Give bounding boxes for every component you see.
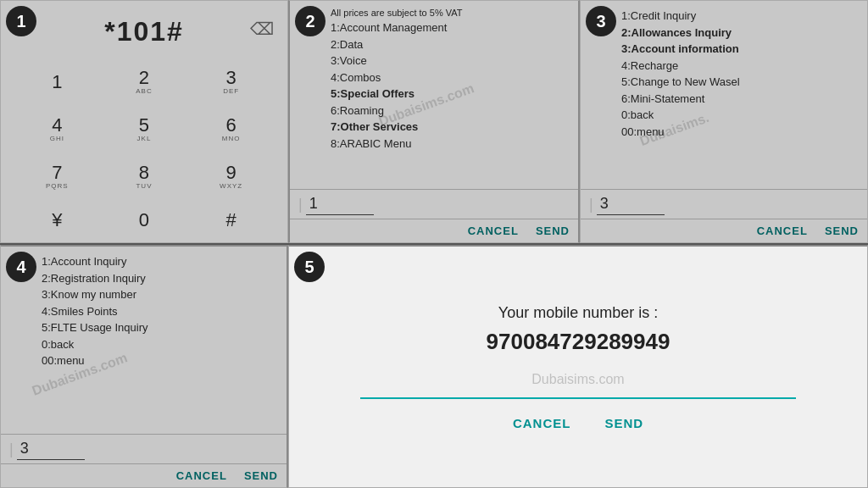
menu-content-2: All prices are subject to 5% VAT 1:Accou… (290, 1, 578, 189)
send-button-2[interactable]: SEND (536, 225, 570, 237)
ussd-actions-4: CANCEL SEND (1, 463, 287, 487)
menu-item: 2:Allowances Inquiry (621, 25, 857, 42)
dialer-key-5[interactable]: 5JKL (102, 107, 187, 152)
send-button-5[interactable]: SEND (604, 416, 643, 430)
input-cursor-2: | (298, 196, 303, 214)
dialer-key-7[interactable]: 7PQRS (14, 154, 100, 200)
menu-item: 5:Change to New Wasel (621, 74, 857, 91)
input-row-4: | (1, 434, 287, 463)
menu-item: 3:Account information (621, 41, 857, 58)
cancel-button-2[interactable]: CANCEL (468, 225, 519, 237)
menu-items-4: 1:Account Inquiry2:Registration Inquiry3… (42, 253, 276, 369)
dialer-display: *101# ⌫ (1, 1, 287, 56)
menu-item: 4:Smiles Points (42, 303, 276, 320)
dialer-key-¥[interactable]: ¥ (14, 201, 100, 239)
menu-item: 1:Account Management (331, 19, 568, 36)
menu-item: 3:Know my number (42, 286, 276, 303)
panel-1-dialer: 1 *101# ⌫ 12ABC3DEF4GHI5JKL6MNO7PQRS8TUV… (0, 0, 288, 243)
input-row-3: | (581, 189, 867, 219)
dialer-key-1[interactable]: 1 (14, 59, 100, 105)
dialer-key-6[interactable]: 6MNO (188, 107, 274, 152)
send-button-3[interactable]: SEND (825, 225, 859, 237)
menu-item: 7:Other Services (331, 119, 568, 136)
menu-item: 1:Account Inquiry (42, 253, 276, 270)
menu-item: 00:menu (42, 352, 276, 369)
menu-item: 00:menu (621, 124, 857, 141)
menu-item: 6:Roaming (331, 103, 568, 119)
cancel-button-4[interactable]: CANCEL (176, 469, 227, 482)
input-line-5 (360, 396, 796, 399)
menu-item: 5:FLTE Usage Inquiry (42, 319, 276, 336)
dialer-keypad: 12ABC3DEF4GHI5JKL6MNO7PQRS8TUV9WXYZ¥0# (1, 56, 287, 242)
menu-item: 4:Combos (331, 69, 568, 86)
menu-item: 4:Recharge (621, 58, 857, 75)
input-cursor-4: | (9, 441, 14, 458)
panel-number-3: 3 (586, 6, 616, 36)
dialer-key-4[interactable]: 4GHI (14, 107, 100, 152)
phone-result: Your mobile number is : 970084729289949 … (289, 247, 867, 487)
menu-content-4: 1:Account Inquiry2:Registration Inquiry3… (1, 247, 287, 434)
panel-2-ussd: 2 Dubaisims.com All prices are subject t… (288, 0, 580, 243)
menu-items-3: 1:Credit Inquiry2:Allowances Inquiry3:Ac… (621, 8, 857, 140)
dialer-key-#[interactable]: # (188, 201, 274, 239)
panel-3-ussd: 3 Dubaisims. 1:Credit Inquiry2:Allowance… (580, 0, 868, 243)
panel-number-4: 4 (6, 252, 36, 282)
ussd-actions-2: CANCEL SEND (290, 219, 578, 242)
dialer-key-3[interactable]: 3DEF (188, 59, 274, 105)
panel-number-1: 1 (6, 6, 36, 36)
panel-5-result: 5 Your mobile number is : 97008472928994… (288, 245, 868, 488)
dialer-key-2[interactable]: 2ABC (102, 59, 187, 105)
send-button-4[interactable]: SEND (244, 469, 278, 482)
dialer-key-9[interactable]: 9WXYZ (188, 154, 274, 200)
result-label: Your mobile number is : (498, 304, 658, 322)
panel-4-ussd: 4 Dubaisims.com 1:Account Inquiry2:Regis… (0, 245, 288, 488)
dialer-key-8[interactable]: 8TUV (102, 154, 187, 200)
menu-item: 8:ARABIC Menu (331, 136, 568, 152)
watermark-5: Dubaisims.com (531, 372, 624, 387)
ussd-actions-3: CANCEL SEND (581, 219, 867, 242)
ussd-input-4[interactable] (17, 438, 85, 460)
menu-item: 3:Voice (331, 53, 568, 69)
dialer-value: *101# (104, 16, 184, 47)
panel-number-5: 5 (294, 252, 325, 282)
ussd-input-2[interactable] (306, 193, 374, 215)
cancel-button-5[interactable]: CANCEL (513, 416, 571, 430)
menu-top-note: All prices are subject to 5% VAT (331, 8, 568, 18)
panel-number-2: 2 (295, 6, 326, 36)
menu-item: 6:Mini-Statement (621, 91, 857, 108)
dialer-key-0[interactable]: 0 (102, 201, 187, 239)
menu-content-3: 1:Credit Inquiry2:Allowances Inquiry3:Ac… (581, 1, 867, 189)
result-number: 970084729289949 (487, 329, 670, 355)
input-row-2: | (290, 189, 578, 219)
menu-item: 0:back (621, 107, 857, 124)
input-cursor-3: | (589, 196, 593, 214)
menu-items-2: 1:Account Management2:Data3:Voice4:Combo… (331, 19, 568, 152)
menu-item: 0:back (42, 336, 276, 353)
menu-item: 1:Credit Inquiry (621, 8, 857, 25)
menu-item: 2:Registration Inquiry (42, 270, 276, 287)
backspace-icon[interactable]: ⌫ (250, 19, 274, 39)
phone-actions: CANCEL SEND (306, 416, 850, 430)
ussd-input-3[interactable] (597, 193, 665, 215)
cancel-button-3[interactable]: CANCEL (757, 225, 808, 237)
menu-item: 5:Special Offers (331, 86, 568, 103)
menu-item: 2:Data (331, 36, 568, 53)
